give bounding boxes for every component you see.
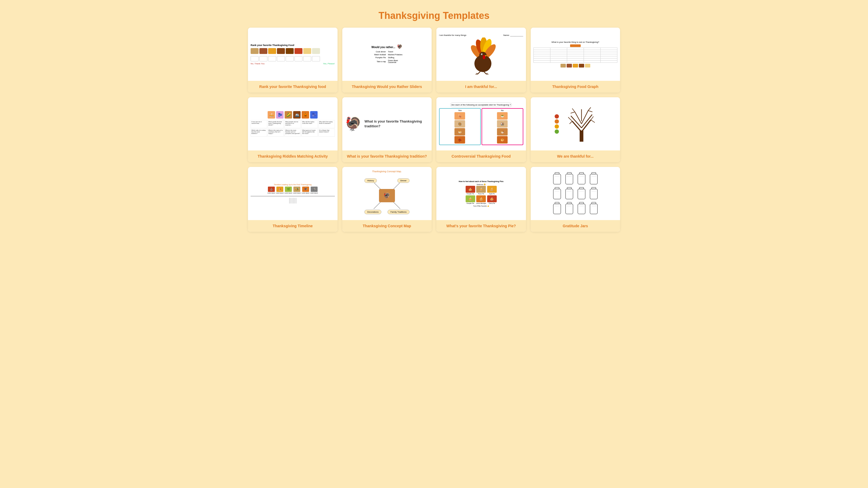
card-controversial-label[interactable]: Controversial Thanksgiving Food	[436, 150, 526, 162]
riddle-cell-9: What genre of music did the pilgrims lik…	[301, 129, 318, 136]
card-tradition-label[interactable]: What is your favorite Thanksgiving tradi…	[342, 150, 432, 162]
food-img-4	[277, 48, 285, 54]
timeline-desc-3: Lorem Ipsum	[285, 192, 292, 194]
controversial-no-2: 🍱	[497, 120, 507, 128]
card-food-graph[interactable]: What is your favorite thing to eat on Th…	[531, 28, 620, 92]
timeline-item-1: ⚓ Lorem Ipsum	[267, 187, 275, 194]
card-jars[interactable]: Gratitude Jars	[531, 167, 620, 232]
card-thankful-tree-label[interactable]: We are thankful for...	[531, 150, 620, 162]
card-concept-map[interactable]: Thanksgiving Concept Map. History Dinner…	[342, 167, 432, 232]
page-title: Thanksgiving Templates	[5, 5, 863, 28]
yes-label: Yes	[440, 109, 480, 112]
svg-rect-49	[555, 187, 559, 189]
leaf-green	[555, 129, 559, 134]
slider-left-2: Watch football	[370, 54, 386, 56]
graph-table	[533, 48, 618, 63]
card-food-graph-preview: What is your favorite thing to eat on Th…	[531, 28, 620, 81]
card-riddles-preview: 🥧 🫐 🌽 🚢 🎃 🫐 It has ears but it cannot he…	[248, 97, 338, 150]
card-tradition-preview: 🦃 What is your favorite Thanksgiving tra…	[342, 97, 432, 150]
card-controversial-preview: Are each of the following an acceptable …	[436, 97, 526, 150]
graph-icon-4	[579, 64, 584, 67]
svg-rect-46	[592, 173, 596, 174]
timeline-item-6: 🪨 Lorem Ipsum	[310, 187, 318, 194]
card-food-graph-label[interactable]: Thanksgiving Food Graph	[531, 81, 620, 92]
riddle-icon-4: 🚢	[293, 111, 301, 119]
svg-line-11	[477, 71, 480, 74]
controversial-yes-1: 🍗	[455, 112, 465, 120]
jar-svg-5	[552, 187, 562, 200]
tradition-turkey-icon: 🦃	[345, 116, 362, 131]
svg-line-14	[484, 71, 486, 74]
timeline-line	[251, 196, 335, 196]
graph-icon-2	[567, 64, 572, 67]
card-riddles[interactable]: 🥧 🫐 🌽 🚢 🎃 🫐 It has ears but it cannot he…	[248, 97, 338, 162]
concept-node-history: History	[364, 178, 377, 183]
card-timeline-label[interactable]: Thanksgiving Timeline	[248, 220, 338, 232]
card-rank-food-preview: Rank your favorite Thanksgiving Food	[248, 28, 338, 81]
timeline-box-1	[289, 198, 290, 204]
timeline-box-6	[296, 198, 296, 204]
card-tradition[interactable]: 🦃 What is your favorite Thanksgiving tra…	[342, 97, 432, 162]
jar-svg-9	[552, 202, 562, 215]
card-riddles-label[interactable]: Thanksgiving Riddles Matching Activity	[248, 150, 338, 162]
jar-svg-4	[588, 172, 599, 185]
no-thanks-label: No, Thank You	[251, 62, 265, 65]
thankful-header: I am thankful for many things Name: ____…	[439, 34, 523, 36]
svg-rect-67	[579, 202, 584, 204]
controversial-no-1: 🥗	[497, 112, 507, 120]
jar-svg-7	[576, 187, 587, 200]
card-timeline-preview: Timeline Leading Up to the First Thanksg…	[248, 167, 338, 220]
card-thankful[interactable]: I am thankful for many things Name: ____…	[436, 28, 526, 92]
card-pie-preview: How to feel about each of these Thanksgi…	[436, 167, 526, 220]
card-jars-label[interactable]: Gratitude Jars	[531, 220, 620, 232]
controversial-no-4: 🥞	[497, 136, 507, 144]
rank-box-2	[259, 56, 267, 61]
card-concept-map-preview: Thanksgiving Concept Map. History Dinner…	[342, 167, 432, 220]
timeline-icons-row: ⚓ Lorem Ipsum ⛵ Lorem Ipsum 🌿 Lorem Ipsu…	[267, 187, 318, 194]
slider-row-2: Watch football Mashed Potatoes	[370, 54, 404, 56]
timeline-boxes-row	[289, 198, 296, 204]
food-img-8	[312, 48, 320, 54]
card-controversial[interactable]: Are each of the following an acceptable …	[436, 97, 526, 162]
timeline-desc-6: Lorem Ipsum	[310, 192, 318, 194]
svg-rect-43	[579, 173, 584, 174]
card-pie[interactable]: How to feel about each of these Thanksgi…	[436, 167, 526, 232]
riddle-cell-8: What is the most favorite sport of pumpk…	[284, 129, 301, 136]
card-sliders[interactable]: Would you rather... 🦃 Cook dinner Travel…	[342, 28, 432, 92]
timeline-desc-4: Lorem Ipsum	[293, 192, 301, 194]
svg-rect-62	[553, 204, 561, 214]
timeline-desc-2: Lorem Ipsum	[276, 192, 284, 194]
card-rank-food[interactable]: Rank your favorite Thanksgiving Food	[248, 28, 338, 92]
slider-left-4: Take a nap	[370, 61, 386, 62]
pie-title: How to feel about each of these Thanksgi…	[459, 181, 503, 182]
svg-rect-61	[555, 202, 559, 204]
card-thankful-tree[interactable]: We are thankful for...	[531, 97, 620, 162]
controversial-cols: Yes 🍗 🥘 🍮 🫘 No 🥗 🍱 🍜 🥞	[439, 108, 523, 145]
slider-right-2: Mashed Potatoes	[388, 54, 404, 56]
rank-box-8	[312, 56, 320, 61]
card-sliders-preview: Would you rather... 🦃 Cook dinner Travel…	[342, 28, 432, 81]
slider-right-3: Stuffing	[388, 57, 404, 59]
riddle-icon-3: 🌽	[285, 111, 292, 119]
svg-rect-64	[567, 202, 571, 204]
graph-icon-1	[560, 64, 566, 67]
card-sliders-label[interactable]: Thanksgiving Would you Rather Sliders	[342, 81, 432, 92]
card-concept-map-label[interactable]: Thanksgiving Concept Map	[342, 220, 432, 232]
riddle-icon-5: 🎃	[302, 111, 309, 119]
card-timeline[interactable]: Timeline Leading Up to the First Thanksg…	[248, 167, 338, 232]
svg-rect-38	[553, 174, 561, 184]
concept-map-diagram: History Dinner 🦃 Decorations Family Trad…	[363, 174, 411, 217]
svg-rect-55	[579, 187, 584, 189]
timeline-item-2: ⛵ Lorem Ipsum	[276, 187, 284, 194]
riddle-icon-2: 🫐	[276, 111, 284, 119]
pie-axis-bottom: Yuck ✗ My Favorite 👍	[473, 205, 489, 207]
pie-img-3: 🥧	[487, 186, 497, 193]
svg-rect-56	[578, 189, 585, 199]
card-rank-food-label[interactable]: Rank your favorite Thanksgiving food	[248, 81, 338, 92]
pie-name-3: Apple Pie	[489, 193, 495, 194]
card-thankful-label[interactable]: I am thankful for...	[436, 81, 526, 92]
svg-line-28	[591, 120, 595, 123]
svg-line-30	[570, 112, 575, 113]
card-pie-label[interactable]: What's your favorite Thanksgiving Pie?	[436, 220, 526, 232]
pie-img-5: 🥧	[476, 195, 486, 202]
